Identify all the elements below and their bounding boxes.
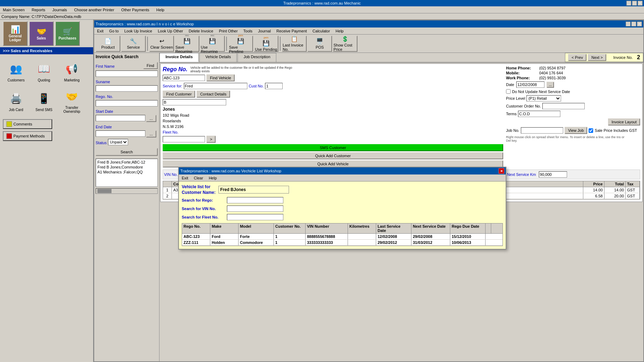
search-vin-input[interactable] xyxy=(227,205,283,212)
qs-horizontal-scroll[interactable] xyxy=(96,188,158,194)
inv-menu-journal[interactable]: Journal xyxy=(257,28,272,34)
date-picker-btn[interactable]: ... xyxy=(547,82,554,88)
general-ledger-icon[interactable]: 📊 General Ledger xyxy=(3,21,28,46)
qs-start-date-input[interactable] xyxy=(96,115,145,121)
sidebar-item-customers[interactable]: 👥 Customers xyxy=(3,57,29,85)
sidebar-item-send-sms[interactable]: 📱 Send SMS xyxy=(31,87,57,115)
do-not-update-checkbox[interactable] xyxy=(506,89,511,94)
vl-menu-exit[interactable]: Exit xyxy=(180,175,189,181)
vehicle-row-0[interactable]: ABC-123 Ford Forte 1 8888555678888 12/02… xyxy=(182,234,502,240)
menu-journals[interactable]: Journals xyxy=(51,7,68,13)
inv-menu-calculator[interactable]: Calculator xyxy=(311,28,332,34)
qs-search-button[interactable]: Search xyxy=(96,148,158,156)
sidebar-item-transfer-ownership[interactable]: 🤝 Transfer Ownership xyxy=(59,87,85,115)
qs-result-1[interactable]: Fred B Jones;Commodore xyxy=(97,165,157,170)
sidebar-item-marketing[interactable]: 📢 Marketing xyxy=(59,57,85,85)
comments-button[interactable]: Comments xyxy=(3,119,52,129)
vehicle-customer-name-input[interactable] xyxy=(218,186,289,194)
save-recurring-btn[interactable]: rec 💾 Save Recurring xyxy=(175,36,199,52)
sms-customer-btn[interactable]: SMS Customer xyxy=(163,144,503,151)
product-btn[interactable]: 📄 Product xyxy=(96,36,120,52)
clear-screen-btn[interactable]: ↩ Clear Screen xyxy=(149,36,174,52)
rego-input[interactable] xyxy=(163,75,205,81)
use-pending-btn[interactable]: pen 💾 Use Pending xyxy=(254,36,278,52)
terms-input[interactable] xyxy=(518,111,560,117)
tab-vehicle-details[interactable]: Vehicle Details xyxy=(199,53,237,62)
qs-end-date-input[interactable] xyxy=(96,130,145,137)
prev-invoice-btn[interactable]: < Prev xyxy=(568,54,586,61)
pos-btn[interactable]: 🖥️ POS xyxy=(307,36,332,52)
quick-add-vehicle-btn[interactable]: Quick Add Vehicle xyxy=(163,160,503,167)
service-btn[interactable]: 🔧 Service xyxy=(121,36,146,52)
fleet-arrow-btn[interactable]: > xyxy=(206,136,216,143)
inv-menu-lookup[interactable]: Look Up Invoice xyxy=(123,28,154,34)
customer-name-b-input[interactable] xyxy=(163,99,226,105)
tab-invoice-details[interactable]: Invoice Details xyxy=(160,53,199,62)
product-icon: 📄 xyxy=(104,38,112,44)
qs-first-name-input[interactable] xyxy=(96,70,158,77)
use-recurring-btn[interactable]: rec 💾 Use Recurring xyxy=(200,36,225,52)
menu-main-screen[interactable]: Main Screen xyxy=(1,7,26,13)
menu-other-payments[interactable]: Other Payments xyxy=(120,7,151,13)
inv-menu-print[interactable]: Print Other xyxy=(217,28,239,34)
invoice-title: Tradepronamics : www.rad.com.au I n v o … xyxy=(96,22,194,26)
tab-job-description[interactable]: Job Description xyxy=(237,53,276,62)
vehicle-row-1[interactable]: ZZZ-111 Holden Commodore 1 333333333333 … xyxy=(182,240,502,246)
last-invoice-btn[interactable]: 📋 Last Invoice No. xyxy=(282,36,307,52)
menu-printer[interactable]: Choose another Printer xyxy=(73,7,116,13)
quick-add-customer-btn[interactable]: Quick Add Customer xyxy=(163,152,503,159)
menu-reports[interactable]: Reports xyxy=(30,7,47,13)
service-for-input[interactable] xyxy=(184,83,247,89)
vl-menu-clear[interactable]: Clear xyxy=(192,175,204,181)
payment-methods-button[interactable]: Payment Methods xyxy=(3,131,52,141)
qs-result-0[interactable]: Fred B Jones;Forte;ABC-12 xyxy=(97,160,157,165)
show-cost-price-btn[interactable]: 💲 Show Cost Price xyxy=(333,36,357,52)
minimize-btn[interactable]: _ xyxy=(626,1,631,6)
contact-details-btn[interactable]: Contact Details xyxy=(197,91,230,98)
inv-menu-lookup-other[interactable]: Look Up Other xyxy=(156,28,185,34)
qs-surname-input[interactable] xyxy=(96,85,158,92)
sale-price-gst-checkbox[interactable] xyxy=(589,128,593,133)
vl-menu-help[interactable]: Help xyxy=(207,175,218,181)
date-input[interactable] xyxy=(516,81,544,88)
sidebar-item-job-card[interactable]: 🖨️ Job Card xyxy=(3,87,29,115)
next-service-km-input[interactable] xyxy=(539,171,567,178)
invoice-minimize-btn[interactable]: _ xyxy=(626,22,631,26)
find-customer-btn[interactable]: Find Customer xyxy=(163,91,195,98)
invoice-maximize-btn[interactable]: □ xyxy=(631,22,636,26)
vehicle-close-btn[interactable]: ✕ xyxy=(499,168,504,174)
cust-order-input[interactable] xyxy=(542,103,585,109)
price-level-select[interactable]: (P1) Retail (P2) Wholesale xyxy=(526,95,561,102)
cust-no-input[interactable] xyxy=(265,83,283,89)
search-rego-input[interactable] xyxy=(227,197,283,203)
fleet-no-input[interactable] xyxy=(163,136,205,142)
customer-suburb: Roselands xyxy=(163,119,503,123)
qs-find-button[interactable]: Find xyxy=(143,62,158,69)
next-invoice-btn[interactable]: Next > xyxy=(588,54,606,61)
search-fleet-input[interactable] xyxy=(227,214,283,220)
invoice-close-btn[interactable]: ✕ xyxy=(637,22,642,26)
qs-status-select[interactable]: Unpaid Paid All xyxy=(108,139,128,145)
qs-result-2[interactable]: A1 Mechanics ;Falcon;QQ xyxy=(97,170,157,174)
find-vehicle-btn[interactable]: Find Vehicle xyxy=(206,74,235,81)
qs-start-date-btn[interactable]: ... xyxy=(146,115,156,122)
inv-menu-delete[interactable]: Delete Invoice xyxy=(187,28,215,34)
menu-help[interactable]: Help xyxy=(155,7,166,13)
view-job-btn[interactable]: View Job xyxy=(565,127,587,134)
save-pending-btn[interactable]: pen 💾 Save Pending xyxy=(228,36,253,52)
inv-menu-help[interactable]: Help xyxy=(334,28,345,34)
invoice-layout-btn[interactable]: Invoice Layout xyxy=(608,118,640,125)
job-no-input[interactable] xyxy=(521,127,563,134)
maximize-btn[interactable]: □ xyxy=(632,1,637,6)
inv-menu-exit[interactable]: Exit xyxy=(96,28,105,34)
inv-menu-tools[interactable]: Tools xyxy=(242,28,254,34)
sales-icon[interactable]: 🤝 Sales xyxy=(29,21,54,46)
inv-menu-goto[interactable]: Go to xyxy=(108,28,120,34)
qs-end-date-btn[interactable]: ... xyxy=(146,130,156,137)
service-icon: 🔧 xyxy=(130,38,137,44)
qs-rego-input[interactable] xyxy=(96,100,158,106)
inv-menu-receive[interactable]: Receive Payment xyxy=(275,28,308,34)
purchases-icon[interactable]: 🛒 Purchases xyxy=(55,21,80,46)
close-btn[interactable]: ✕ xyxy=(638,1,643,6)
sidebar-item-quoting[interactable]: 📖 Quoting xyxy=(31,57,57,85)
